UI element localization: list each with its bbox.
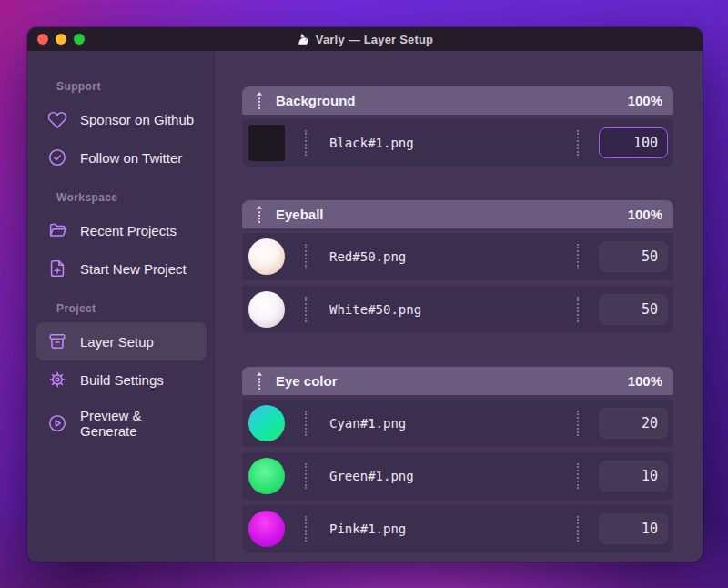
sidebar-item-label: Sponsor on Github <box>80 112 194 127</box>
sidebar-item-sponsor-on-github[interactable]: Sponsor on Github <box>36 100 207 138</box>
divider <box>577 516 579 542</box>
section-label-workspace: Workspace <box>56 191 207 204</box>
sidebar-item-label: Layer Setup <box>80 334 154 350</box>
sidebar-item-follow-on-twitter[interactable]: Follow on Twitter <box>36 138 207 177</box>
layer-filename: Black#1.png <box>329 136 414 150</box>
app-window: Varly — Layer Setup Support Sponsor on G… <box>27 27 703 562</box>
divider <box>577 244 579 269</box>
divider <box>577 463 579 489</box>
badge-check-icon <box>47 147 67 167</box>
divider <box>577 130 579 156</box>
layer-row: Cyan#1.png <box>242 400 673 447</box>
window-title: Varly — Layer Setup <box>316 33 434 46</box>
divider <box>305 244 307 269</box>
layer-group-header: Background 100% <box>242 86 673 115</box>
layer-group-header: Eye color 100% <box>242 367 673 395</box>
layer-weight-input[interactable] <box>599 294 668 325</box>
layer-group-header: Eyeball 100% <box>242 200 673 228</box>
zoom-button[interactable] <box>74 34 85 45</box>
layer-weight-input[interactable] <box>599 408 668 439</box>
layer-group-percent: 100% <box>628 207 662 222</box>
sidebar-item-label: Follow on Twitter <box>80 150 182 166</box>
sidebar-item-label: Start New Project <box>80 261 187 277</box>
layer-row: White#50.png <box>242 286 673 333</box>
file-plus-icon <box>47 259 67 279</box>
play-circle-icon <box>47 413 67 433</box>
drag-handle-icon[interactable] <box>255 91 264 110</box>
sidebar-section-project: Project Layer Setup <box>36 302 207 448</box>
layer-filename: White#50.png <box>329 302 421 317</box>
layer-row: Red#50.png <box>242 233 673 280</box>
black-square-thumbnail <box>248 125 285 161</box>
sidebar-item-label: Preview & Generate <box>80 408 196 439</box>
close-button[interactable] <box>37 34 48 45</box>
titlebar: Varly — Layer Setup <box>27 27 703 51</box>
pink-circle-thumbnail <box>248 511 285 547</box>
folder-open-icon <box>47 220 67 240</box>
white-sphere-thumbnail <box>248 291 285 328</box>
divider <box>305 411 307 436</box>
layer-filename: Cyan#1.png <box>329 416 406 431</box>
layer-row: Pink#1.png <box>242 505 673 553</box>
window-body: Support Sponsor on Github Follow on Twit… <box>27 51 703 562</box>
layer-filename: Pink#1.png <box>329 522 406 536</box>
layer-row: Green#1.png <box>242 452 673 500</box>
layer-filename: Red#50.png <box>329 249 406 264</box>
sidebar-section-workspace: Workspace Recent Projects Start <box>36 191 207 288</box>
sidebar-item-layer-setup[interactable]: Layer Setup <box>36 322 207 360</box>
layer-group-eye-color: Eye color 100% Cyan#1.png Green#1.png <box>242 367 673 553</box>
layer-group-name: Eyeball <box>276 207 324 222</box>
sidebar-section-support: Support Sponsor on Github Follow on Twit… <box>36 80 207 177</box>
cyan-circle-thumbnail <box>248 405 285 441</box>
layer-group-name: Background <box>276 93 356 108</box>
divider <box>305 463 307 489</box>
divider <box>577 297 579 322</box>
sidebar-item-preview-generate[interactable]: Preview & Generate <box>36 399 207 448</box>
minimize-button[interactable] <box>56 34 66 45</box>
layer-group-background: Background 100% Black#1.png <box>242 86 673 167</box>
window-title-area: Varly — Layer Setup <box>297 33 434 46</box>
heart-icon <box>47 109 67 129</box>
divider <box>305 130 307 156</box>
sidebar-item-start-new-project[interactable]: Start New Project <box>36 249 207 288</box>
traffic-lights <box>37 27 85 51</box>
gear-icon <box>47 370 67 390</box>
divider <box>577 411 579 436</box>
sidebar-item-label: Recent Projects <box>80 223 177 238</box>
sidebar-item-recent-projects[interactable]: Recent Projects <box>36 211 207 249</box>
archive-icon <box>47 331 67 351</box>
drag-handle-icon[interactable] <box>255 371 264 390</box>
green-circle-thumbnail <box>248 458 285 494</box>
unicorn-icon <box>297 33 310 46</box>
layer-weight-input[interactable] <box>599 127 668 158</box>
layer-group-eyeball: Eyeball 100% Red#50.png White#50.png <box>242 200 673 333</box>
sidebar-item-build-settings[interactable]: Build Settings <box>36 360 207 399</box>
layer-weight-input[interactable] <box>599 241 668 272</box>
drag-handle-icon[interactable] <box>255 205 264 224</box>
section-label-support: Support <box>56 80 207 93</box>
divider <box>305 516 307 542</box>
layer-weight-input[interactable] <box>599 461 668 492</box>
layer-group-percent: 100% <box>628 93 662 108</box>
red-sphere-thumbnail <box>248 238 285 275</box>
layer-group-name: Eye color <box>276 373 338 389</box>
layer-setup-panel: Background 100% Black#1.png <box>217 51 703 562</box>
layer-filename: Green#1.png <box>329 469 414 483</box>
sidebar-item-label: Build Settings <box>80 372 164 388</box>
layer-group-percent: 100% <box>628 373 662 389</box>
layer-row: Black#1.png <box>242 119 673 167</box>
section-label-project: Project <box>56 302 207 315</box>
divider <box>305 297 307 322</box>
sidebar: Support Sponsor on Github Follow on Twit… <box>27 51 217 562</box>
layer-weight-input[interactable] <box>599 513 668 544</box>
